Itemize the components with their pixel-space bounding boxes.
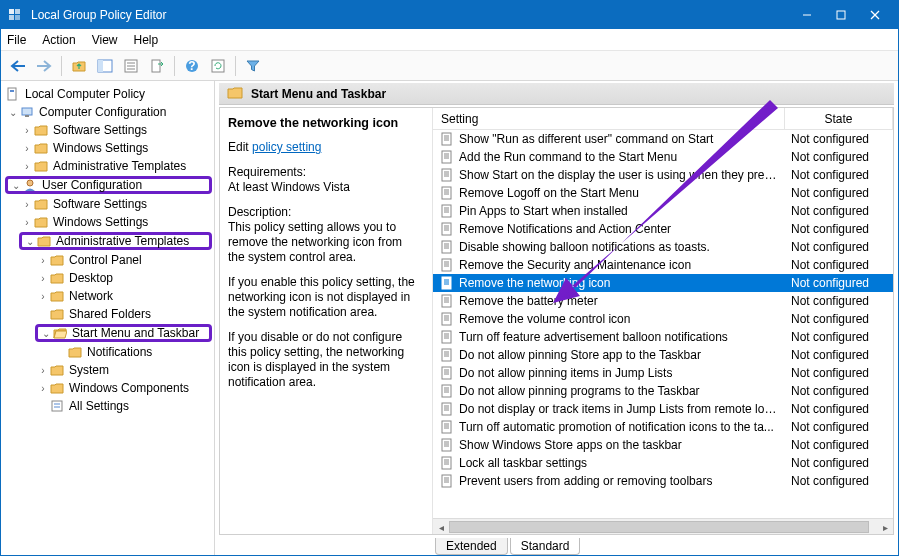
svg-rect-18: [8, 88, 16, 100]
expand-icon[interactable]: ›: [37, 365, 49, 376]
svg-rect-74: [442, 349, 451, 361]
tree-item[interactable]: ›Network: [1, 287, 214, 305]
minimize-button[interactable]: [790, 5, 824, 25]
expand-icon[interactable]: ›: [37, 291, 49, 302]
expand-icon[interactable]: ›: [37, 383, 49, 394]
tree-item[interactable]: ›Desktop: [1, 269, 214, 287]
setting-name: Lock all taskbar settings: [459, 456, 785, 470]
list-item[interactable]: Remove the battery meterNot configured: [433, 292, 893, 310]
export-button[interactable]: [146, 55, 168, 77]
scroll-right-icon[interactable]: ▸: [877, 519, 893, 535]
menu-file[interactable]: File: [7, 33, 26, 47]
list-item[interactable]: Disable showing balloon notifications as…: [433, 238, 893, 256]
tree-user-configuration[interactable]: ⌄ User Configuration: [5, 176, 212, 194]
menu-view[interactable]: View: [92, 33, 118, 47]
setting-name: Prevent users from adding or removing to…: [459, 474, 785, 488]
svg-rect-26: [442, 133, 451, 145]
setting-state: Not configured: [785, 168, 893, 182]
svg-rect-54: [442, 259, 451, 271]
tree-computer-configuration[interactable]: ⌄ Computer Configuration: [1, 103, 214, 121]
list-item[interactable]: Lock all taskbar settingsNot configured: [433, 454, 893, 472]
setting-state: Not configured: [785, 402, 893, 416]
list-header: Setting State: [433, 108, 893, 130]
list-item[interactable]: Do not display or track items in Jump Li…: [433, 400, 893, 418]
list-item[interactable]: Remove the volume control iconNot config…: [433, 310, 893, 328]
list-item[interactable]: Prevent users from adding or removing to…: [433, 472, 893, 490]
setting-name: Do not allow pinning items in Jump Lists: [459, 366, 785, 380]
list-item[interactable]: Show Start on the display the user is us…: [433, 166, 893, 184]
list-item[interactable]: Do not allow pinning Store app to the Ta…: [433, 346, 893, 364]
tab-extended[interactable]: Extended: [435, 538, 508, 555]
policy-item-icon: [439, 473, 455, 489]
collapse-icon[interactable]: ⌄: [24, 236, 36, 247]
expand-icon[interactable]: ›: [37, 273, 49, 284]
list-item[interactable]: Show Windows Store apps on the taskbarNo…: [433, 436, 893, 454]
list-item[interactable]: Remove the networking iconNot configured: [433, 274, 893, 292]
refresh-button[interactable]: [207, 55, 229, 77]
list-item[interactable]: Add the Run command to the Start MenuNot…: [433, 148, 893, 166]
list-body[interactable]: Show "Run as different user" command on …: [433, 130, 893, 518]
tree-item[interactable]: ›System: [1, 361, 214, 379]
scroll-thumb[interactable]: [449, 521, 869, 533]
list-item[interactable]: Do not allow pinning programs to the Tas…: [433, 382, 893, 400]
tree-item[interactable]: ›Software Settings: [1, 195, 214, 213]
svg-rect-78: [442, 367, 451, 379]
tree-item[interactable]: Shared Folders: [1, 305, 214, 323]
up-button[interactable]: [68, 55, 90, 77]
tree-item[interactable]: ›Control Panel: [1, 251, 214, 269]
setting-state: Not configured: [785, 294, 893, 308]
expand-icon[interactable]: ›: [21, 143, 33, 154]
properties-button[interactable]: [120, 55, 142, 77]
policy-item-icon: [439, 293, 455, 309]
tree-item[interactable]: ›Windows Settings: [1, 213, 214, 231]
maximize-button[interactable]: [824, 5, 858, 25]
help-button[interactable]: ?: [181, 55, 203, 77]
list-item[interactable]: Remove the Security and Maintenance icon…: [433, 256, 893, 274]
close-button[interactable]: [858, 5, 892, 25]
edit-policy-link[interactable]: policy setting: [252, 140, 321, 154]
list-item[interactable]: Turn off feature advertisement balloon n…: [433, 328, 893, 346]
menu-action[interactable]: Action: [42, 33, 75, 47]
menu-help[interactable]: Help: [134, 33, 159, 47]
show-hide-tree-button[interactable]: [94, 55, 116, 77]
title-bar: Local Group Policy Editor: [1, 1, 898, 29]
folder-icon: [49, 288, 65, 304]
scroll-left-icon[interactable]: ◂: [433, 519, 449, 535]
list-item[interactable]: Do not allow pinning items in Jump Lists…: [433, 364, 893, 382]
tree-root[interactable]: Local Computer Policy: [1, 85, 214, 103]
tree-item[interactable]: Notifications: [1, 343, 214, 361]
tree-item[interactable]: ›Software Settings: [1, 121, 214, 139]
navigation-tree[interactable]: Local Computer Policy ⌄ Computer Configu…: [1, 81, 215, 555]
expand-icon[interactable]: ›: [21, 161, 33, 172]
tree-item[interactable]: ›Windows Settings: [1, 139, 214, 157]
tree-start-menu-taskbar[interactable]: ⌄ Start Menu and Taskbar: [35, 324, 212, 342]
collapse-icon[interactable]: ⌄: [7, 107, 19, 118]
list-item[interactable]: Remove Logoff on the Start MenuNot confi…: [433, 184, 893, 202]
expand-icon[interactable]: ›: [21, 217, 33, 228]
list-item[interactable]: Turn off automatic promotion of notifica…: [433, 418, 893, 436]
expand-icon[interactable]: ›: [21, 199, 33, 210]
tree-admin-templates[interactable]: ⌄ Administrative Templates: [19, 232, 212, 250]
horizontal-scrollbar[interactable]: ◂ ▸: [433, 518, 893, 534]
list-item[interactable]: Pin Apps to Start when installedNot conf…: [433, 202, 893, 220]
column-setting[interactable]: Setting: [433, 108, 785, 129]
collapse-icon[interactable]: ⌄: [10, 180, 22, 191]
forward-button[interactable]: [33, 55, 55, 77]
list-item[interactable]: Remove Notifications and Action CenterNo…: [433, 220, 893, 238]
setting-name: Remove the volume control icon: [459, 312, 785, 326]
tree-item[interactable]: ›Administrative Templates: [1, 157, 214, 175]
list-item[interactable]: Show "Run as different user" command on …: [433, 130, 893, 148]
svg-rect-94: [442, 439, 451, 451]
expand-icon[interactable]: ›: [21, 125, 33, 136]
user-icon: [22, 177, 38, 193]
tree-item[interactable]: ›Windows Components: [1, 379, 214, 397]
policy-item-icon: [439, 275, 455, 291]
column-state[interactable]: State: [785, 108, 893, 129]
filter-button[interactable]: [242, 55, 264, 77]
tree-item[interactable]: All Settings: [1, 397, 214, 415]
expand-icon[interactable]: ›: [37, 255, 49, 266]
folder-open-icon: [52, 325, 68, 341]
tab-standard[interactable]: Standard: [510, 538, 581, 555]
collapse-icon[interactable]: ⌄: [40, 328, 52, 339]
back-button[interactable]: [7, 55, 29, 77]
